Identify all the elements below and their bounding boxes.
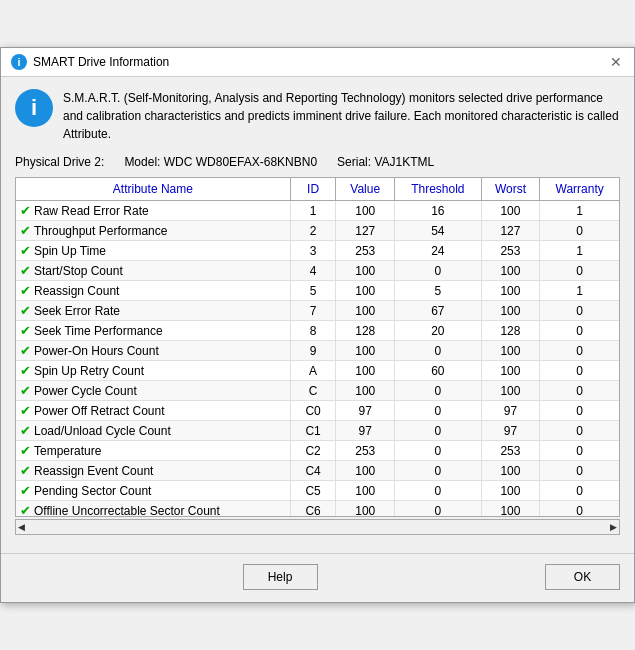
scroll-right-arrow[interactable]: ▶ — [610, 522, 617, 532]
attr-threshold-cell: 0 — [395, 341, 482, 361]
attr-id-cell: 8 — [290, 321, 336, 341]
attr-warranty-cell: 0 — [540, 421, 619, 441]
drive-serial: Serial: VAJ1KTML — [337, 155, 434, 169]
attr-warranty-cell: 0 — [540, 301, 619, 321]
table-header-row: Attribute Name ID Value Threshold Worst … — [16, 178, 619, 201]
attr-value-cell: 253 — [336, 441, 395, 461]
attr-worst-cell: 100 — [481, 481, 540, 501]
horizontal-scrollbar[interactable]: ◀ ▶ — [15, 519, 620, 535]
col-header-value: Value — [336, 178, 395, 201]
attr-id-cell: C4 — [290, 461, 336, 481]
attr-value-cell: 100 — [336, 301, 395, 321]
attr-warranty-cell: 0 — [540, 221, 619, 241]
attr-worst-cell: 97 — [481, 401, 540, 421]
table-row: ✔Pending Sector CountC510001000 — [16, 481, 619, 501]
attr-warranty-cell: 0 — [540, 361, 619, 381]
attr-name-cell: ✔Reassign Event Count — [16, 461, 290, 481]
attr-name-cell: ✔Start/Stop Count — [16, 261, 290, 281]
drive-model: Model: WDC WD80EFAX-68KNBN0 — [124, 155, 317, 169]
attr-threshold-cell: 0 — [395, 261, 482, 281]
attr-name-label: Reassign Event Count — [34, 464, 153, 478]
col-header-worst: Worst — [481, 178, 540, 201]
attr-value-cell: 97 — [336, 421, 395, 441]
attr-name-cell: ✔Load/Unload Cycle Count — [16, 421, 290, 441]
attr-warranty-cell: 0 — [540, 321, 619, 341]
attr-value-cell: 127 — [336, 221, 395, 241]
attr-name-label: Power-On Hours Count — [34, 344, 159, 358]
attr-worst-cell: 100 — [481, 501, 540, 518]
attr-warranty-cell: 0 — [540, 381, 619, 401]
attr-warranty-cell: 0 — [540, 261, 619, 281]
attr-name-cell: ✔Seek Time Performance — [16, 321, 290, 341]
attr-worst-cell: 127 — [481, 221, 540, 241]
attr-name-label: Power Off Retract Count — [34, 404, 165, 418]
attr-warranty-cell: 1 — [540, 281, 619, 301]
table-row: ✔Load/Unload Cycle CountC1970970 — [16, 421, 619, 441]
smart-drive-window: i SMART Drive Information ✕ i S.M.A.R.T.… — [0, 47, 635, 603]
check-icon: ✔ — [20, 483, 31, 498]
col-header-name: Attribute Name — [16, 178, 290, 201]
attr-worst-cell: 100 — [481, 261, 540, 281]
attr-threshold-cell: 0 — [395, 481, 482, 501]
ok-button[interactable]: OK — [545, 564, 620, 590]
attr-value-cell: 97 — [336, 401, 395, 421]
attr-name-label: Load/Unload Cycle Count — [34, 424, 171, 438]
attr-name-label: Spin Up Retry Count — [34, 364, 144, 378]
table-row: ✔Offline Uncorrectable Sector CountC6100… — [16, 501, 619, 518]
check-icon: ✔ — [20, 303, 31, 318]
attribute-table: Attribute Name ID Value Threshold Worst … — [16, 178, 619, 517]
check-icon: ✔ — [20, 243, 31, 258]
check-icon: ✔ — [20, 203, 31, 218]
attr-name-cell: ✔Throughput Performance — [16, 221, 290, 241]
attr-id-cell: C6 — [290, 501, 336, 518]
check-icon: ✔ — [20, 403, 31, 418]
footer: Help OK — [1, 553, 634, 602]
attr-name-cell: ✔Spin Up Retry Count — [16, 361, 290, 381]
close-button[interactable]: ✕ — [608, 54, 624, 70]
attr-threshold-cell: 54 — [395, 221, 482, 241]
attr-warranty-cell: 0 — [540, 461, 619, 481]
attr-id-cell: 4 — [290, 261, 336, 281]
attr-threshold-cell: 16 — [395, 201, 482, 221]
table-row: ✔Power-On Hours Count910001000 — [16, 341, 619, 361]
attribute-table-container[interactable]: Attribute Name ID Value Threshold Worst … — [15, 177, 620, 517]
attr-threshold-cell: 24 — [395, 241, 482, 261]
table-row: ✔Seek Error Rate7100671000 — [16, 301, 619, 321]
attr-value-cell: 253 — [336, 241, 395, 261]
check-icon: ✔ — [20, 223, 31, 238]
drive-label: Physical Drive 2: — [15, 155, 104, 169]
attr-name-label: Start/Stop Count — [34, 264, 123, 278]
table-row: ✔Spin Up Retry CountA100601000 — [16, 361, 619, 381]
attr-worst-cell: 100 — [481, 361, 540, 381]
drive-info: Physical Drive 2: Model: WDC WD80EFAX-68… — [15, 155, 620, 169]
attr-warranty-cell: 1 — [540, 201, 619, 221]
attr-name-label: Seek Time Performance — [34, 324, 163, 338]
scroll-left-arrow[interactable]: ◀ — [18, 522, 25, 532]
attr-value-cell: 100 — [336, 461, 395, 481]
attr-value-cell: 100 — [336, 361, 395, 381]
attr-threshold-cell: 0 — [395, 501, 482, 518]
table-row: ✔Power Cycle CountC10001000 — [16, 381, 619, 401]
attr-worst-cell: 100 — [481, 201, 540, 221]
attr-warranty-cell: 0 — [540, 481, 619, 501]
attr-name-label: Spin Up Time — [34, 244, 106, 258]
attr-warranty-cell: 0 — [540, 441, 619, 461]
attr-id-cell: C0 — [290, 401, 336, 421]
attr-warranty-cell: 0 — [540, 341, 619, 361]
help-button[interactable]: Help — [243, 564, 318, 590]
attr-name-label: Power Cycle Count — [34, 384, 137, 398]
attr-value-cell: 100 — [336, 201, 395, 221]
title-bar: i SMART Drive Information ✕ — [1, 48, 634, 77]
bottom-scroll-bar[interactable]: ◀ ▶ — [15, 517, 620, 537]
attr-name-label: Reassign Count — [34, 284, 119, 298]
check-icon: ✔ — [20, 323, 31, 338]
table-row: ✔Reassign Count510051001 — [16, 281, 619, 301]
attr-name-label: Temperature — [34, 444, 101, 458]
attr-worst-cell: 128 — [481, 321, 540, 341]
info-icon: i — [15, 89, 53, 127]
attr-value-cell: 100 — [336, 481, 395, 501]
check-icon: ✔ — [20, 463, 31, 478]
attr-threshold-cell: 0 — [395, 441, 482, 461]
attr-worst-cell: 100 — [481, 381, 540, 401]
attr-name-label: Seek Error Rate — [34, 304, 120, 318]
